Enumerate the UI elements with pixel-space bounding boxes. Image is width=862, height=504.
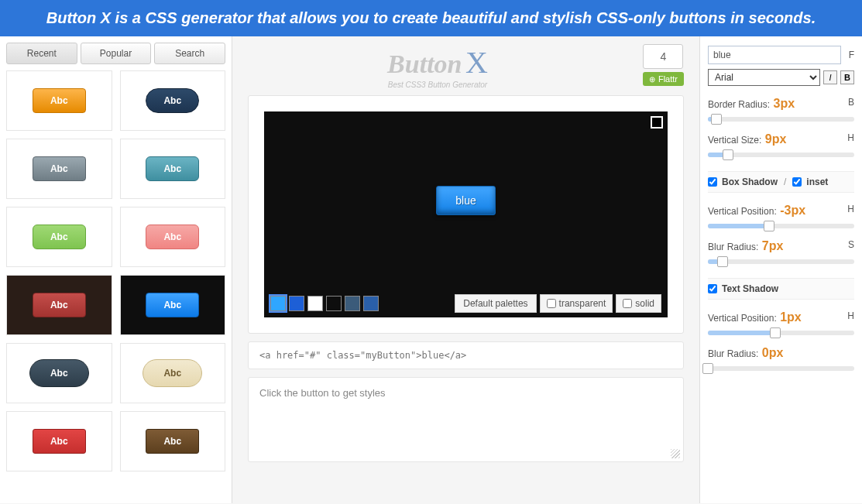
- s-col-label: S: [848, 239, 854, 253]
- sample-button: Abc: [143, 359, 202, 387]
- text-shadow-title: Text Shadow: [722, 283, 778, 294]
- transparent-toggle[interactable]: transparent: [540, 294, 613, 313]
- preview-canvas: blue: [264, 111, 668, 290]
- flattr-button[interactable]: Flattr: [643, 72, 684, 86]
- inset-checkbox[interactable]: [792, 177, 802, 187]
- h-col-label-2: H: [847, 204, 854, 218]
- separator: /: [784, 177, 786, 187]
- border-radius-control: Border Radius: 3px B: [708, 97, 854, 122]
- solid-toggle[interactable]: solid: [616, 294, 661, 313]
- preset-gray[interactable]: Abc: [6, 139, 112, 199]
- main-layout: Recent Popular Search Abc Abc Abc Abc Ab…: [0, 36, 862, 503]
- sample-button: Abc: [29, 359, 89, 387]
- preview-button[interactable]: blue: [436, 186, 495, 215]
- bold-toggle[interactable]: B: [840, 70, 854, 84]
- sample-button: Abc: [33, 156, 86, 181]
- tab-recent[interactable]: Recent: [6, 43, 77, 64]
- preset-red-dark[interactable]: Abc: [6, 275, 112, 335]
- presets-panel: Recent Popular Search Abc Abc Abc Abc Ab…: [0, 36, 232, 503]
- preset-green[interactable]: Abc: [6, 207, 112, 267]
- preset-brown[interactable]: Abc: [120, 411, 226, 471]
- ts-blur-control: Blur Radius: 0px: [708, 346, 854, 371]
- box-shadow-checkbox[interactable]: [708, 177, 717, 187]
- logo-x: X: [465, 45, 488, 80]
- logo-script: Button: [387, 50, 462, 78]
- bs-vpos-value: -3px: [780, 204, 805, 217]
- vertical-size-label: Vertical Size:: [708, 135, 761, 146]
- preset-tabs: Recent Popular Search: [6, 43, 225, 64]
- default-palettes-button[interactable]: Default palettes: [455, 294, 536, 313]
- logo-subtitle: Best CSS3 Button Generator: [248, 81, 627, 89]
- border-radius-slider[interactable]: [708, 117, 854, 122]
- sample-button: Abc: [33, 293, 86, 317]
- swatch-0[interactable]: [270, 296, 286, 311]
- vertical-size-slider[interactable]: [708, 153, 854, 157]
- box-shadow-section: Box Shadow / inset: [708, 171, 854, 193]
- bs-blur-label: Blur Radius:: [708, 242, 758, 252]
- swatch-3[interactable]: [326, 296, 342, 311]
- transparent-label: transparent: [559, 298, 606, 309]
- font-select[interactable]: Arial: [708, 69, 820, 86]
- h-col-label-3: H: [847, 310, 854, 324]
- ts-blur-value: 0px: [762, 346, 784, 359]
- ts-vpos-control: Vertical Position: 1px H: [708, 310, 854, 335]
- preset-navy-pill[interactable]: Abc: [6, 343, 112, 403]
- vertical-size-value: 9px: [765, 132, 787, 146]
- preview-wrap: blue Default palettes transparent solid: [248, 95, 684, 334]
- inset-label: inset: [806, 177, 828, 187]
- tab-popular[interactable]: Popular: [81, 43, 152, 64]
- sample-button: Abc: [146, 293, 199, 317]
- css-placeholder: Click the button to get styles: [259, 387, 386, 399]
- swatch-2[interactable]: [307, 296, 323, 311]
- preset-navy[interactable]: Abc: [120, 70, 226, 131]
- flattr-count: 4: [643, 44, 683, 69]
- preset-pink[interactable]: Abc: [120, 207, 226, 267]
- css-output[interactable]: Click the button to get styles: [248, 377, 684, 462]
- transparent-checkbox[interactable]: [547, 299, 556, 308]
- preset-grid: Abc Abc Abc Abc Abc Abc Abc Abc Abc Abc …: [6, 70, 225, 471]
- controls-panel: F Arial I B Border Radius: 3px B Vertica…: [699, 36, 862, 503]
- h-col-label: H: [847, 132, 854, 146]
- bs-vpos-control: Vertical Position: -3px H: [708, 204, 854, 228]
- italic-toggle[interactable]: I: [823, 70, 837, 84]
- social-column: 4 Flattr: [643, 44, 684, 86]
- logo: Button X Best CSS3 Button Generator: [248, 44, 627, 89]
- preset-teal[interactable]: Abc: [120, 139, 226, 199]
- bs-blur-value: 7px: [762, 239, 784, 252]
- border-radius-label: Border Radius:: [708, 99, 770, 110]
- bg-color-picker[interactable]: [651, 116, 663, 129]
- button-text-input[interactable]: [708, 46, 841, 64]
- html-code[interactable]: <a href="#" class="myButton">blue</a>: [248, 341, 684, 369]
- text-shadow-checkbox[interactable]: [708, 284, 717, 293]
- sample-button: Abc: [146, 88, 199, 113]
- solid-label: solid: [635, 298, 654, 309]
- border-radius-value: 3px: [774, 97, 795, 110]
- sample-button: Abc: [146, 429, 199, 454]
- bs-vpos-slider[interactable]: [708, 224, 854, 228]
- ts-vpos-slider[interactable]: [708, 331, 854, 335]
- text-shadow-section: Text Shadow: [708, 278, 854, 300]
- preset-orange[interactable]: Abc: [6, 70, 112, 131]
- tab-search[interactable]: Search: [154, 43, 225, 64]
- swatch-4[interactable]: [345, 296, 360, 311]
- sample-button: Abc: [146, 225, 199, 249]
- resize-grip-icon[interactable]: [671, 449, 680, 458]
- sample-button: Abc: [33, 429, 86, 454]
- preset-blue-dark[interactable]: Abc: [120, 275, 226, 335]
- ts-vpos-value: 1px: [780, 310, 802, 324]
- top-banner: Button X is a CSS generator that allows …: [0, 0, 862, 36]
- preset-cream-pill[interactable]: Abc: [120, 343, 226, 403]
- ts-blur-slider[interactable]: [708, 366, 854, 371]
- swatch-5[interactable]: [363, 296, 379, 311]
- palette-row: Default palettes transparent solid: [264, 290, 668, 317]
- solid-checkbox[interactable]: [623, 299, 632, 308]
- sample-button: Abc: [33, 225, 86, 249]
- b-col-label: B: [848, 97, 854, 111]
- f-label: F: [849, 50, 854, 60]
- bs-blur-slider[interactable]: [708, 259, 854, 264]
- swatch-1[interactable]: [289, 296, 304, 311]
- ts-vpos-label: Vertical Position:: [708, 313, 777, 324]
- bs-vpos-label: Vertical Position:: [708, 206, 777, 217]
- preset-red2[interactable]: Abc: [6, 411, 112, 471]
- vertical-size-control: Vertical Size: 9px H: [708, 132, 854, 157]
